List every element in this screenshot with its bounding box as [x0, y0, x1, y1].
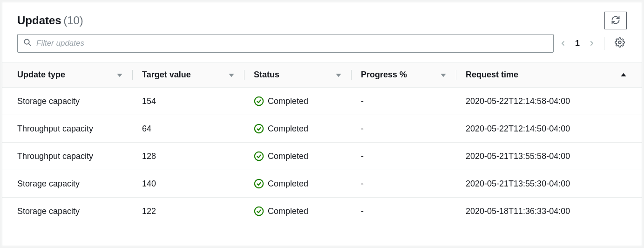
filter-box[interactable] [17, 34, 554, 53]
cell-progress: - [356, 143, 461, 170]
refresh-icon [611, 15, 620, 26]
prev-page-button[interactable] [559, 39, 567, 48]
cell-request-time: 2020-05-18T11:36:33-04:00 [461, 198, 642, 225]
cell-progress: - [356, 115, 461, 143]
check-circle-icon [254, 206, 264, 216]
cell-target-value: 154 [137, 88, 249, 115]
svg-point-9 [255, 124, 263, 133]
cell-update-type: Throughput capacity [2, 143, 137, 170]
check-circle-icon [254, 96, 264, 106]
cell-status: Completed [249, 115, 356, 143]
caret-down-icon [440, 72, 447, 78]
toolbar-divider [604, 37, 604, 50]
cell-update-type: Throughput capacity [2, 115, 137, 143]
col-header-progress[interactable]: Progress % [356, 62, 461, 88]
cell-update-type: Storage capacity [2, 198, 137, 225]
cell-status: Completed [249, 198, 356, 225]
svg-point-11 [255, 179, 263, 188]
cell-progress: - [356, 170, 461, 198]
check-circle-icon [254, 151, 264, 161]
status-text: Completed [268, 207, 308, 216]
col-header-update-type[interactable]: Update type [2, 62, 137, 88]
cell-target-value: 140 [137, 170, 249, 198]
caret-down-icon [335, 72, 342, 78]
svg-point-10 [255, 152, 263, 160]
check-circle-icon [254, 179, 264, 189]
cell-request-time: 2020-05-21T13:55:58-04:00 [461, 143, 642, 170]
panel-count: (10) [63, 14, 83, 27]
cell-progress: - [356, 198, 461, 225]
status-text: Completed [268, 124, 308, 134]
svg-point-2 [618, 41, 621, 44]
svg-marker-5 [336, 74, 341, 77]
next-page-button[interactable] [588, 39, 596, 48]
cell-update-type: Storage capacity [2, 170, 137, 198]
search-icon [23, 38, 32, 48]
check-circle-icon [254, 124, 264, 134]
svg-marker-3 [117, 74, 122, 77]
table-row[interactable]: Storage capacity154Completed-2020-05-22T… [2, 88, 642, 115]
caret-up-icon [620, 72, 627, 78]
refresh-button[interactable] [604, 12, 627, 29]
table-row[interactable]: Storage capacity140Completed-2020-05-21T… [2, 170, 642, 198]
svg-marker-4 [229, 74, 234, 77]
cell-status: Completed [249, 170, 356, 198]
col-header-target-value[interactable]: Target value [137, 62, 249, 88]
updates-table: Update type Target value Status [2, 62, 642, 225]
pagination: 1 [559, 39, 596, 48]
caret-down-icon [116, 72, 123, 78]
cell-update-type: Storage capacity [2, 88, 137, 115]
col-header-request-time[interactable]: Request time [461, 62, 642, 88]
cell-target-value: 64 [137, 115, 249, 143]
table-header-row: Update type Target value Status [2, 62, 642, 88]
settings-button[interactable] [613, 35, 627, 51]
col-label: Progress % [361, 70, 407, 80]
panel-title-wrap: Updates (10) [17, 14, 83, 27]
svg-line-1 [28, 43, 31, 46]
panel-title: Updates [17, 14, 61, 27]
col-label: Target value [142, 70, 191, 80]
col-label: Status [254, 70, 279, 80]
svg-point-8 [255, 97, 263, 105]
panel-header: Updates (10) [2, 2, 642, 34]
gear-icon [615, 37, 625, 49]
col-label: Request time [466, 70, 518, 80]
svg-point-12 [255, 207, 263, 215]
cell-target-value: 128 [137, 143, 249, 170]
col-header-status[interactable]: Status [249, 62, 356, 88]
cell-target-value: 122 [137, 198, 249, 225]
cell-request-time: 2020-05-22T12:14:50-04:00 [461, 115, 642, 143]
svg-marker-7 [621, 73, 626, 76]
svg-marker-6 [441, 74, 446, 77]
table-row[interactable]: Throughput capacity64Completed-2020-05-2… [2, 115, 642, 143]
table-row[interactable]: Throughput capacity128Completed-2020-05-… [2, 143, 642, 170]
status-text: Completed [268, 96, 308, 106]
cell-progress: - [356, 88, 461, 115]
cell-request-time: 2020-05-21T13:55:30-04:00 [461, 170, 642, 198]
status-text: Completed [268, 179, 308, 189]
filter-input[interactable] [36, 39, 548, 48]
cell-status: Completed [249, 143, 356, 170]
status-text: Completed [268, 152, 308, 161]
cell-status: Completed [249, 88, 356, 115]
updates-panel: Updates (10) 1 [2, 2, 642, 246]
caret-down-icon [228, 72, 235, 78]
cell-request-time: 2020-05-22T12:14:58-04:00 [461, 88, 642, 115]
table-row[interactable]: Storage capacity122Completed-2020-05-18T… [2, 198, 642, 225]
col-label: Update type [17, 70, 65, 80]
toolbar: 1 [2, 34, 642, 62]
page-number: 1 [575, 39, 580, 48]
